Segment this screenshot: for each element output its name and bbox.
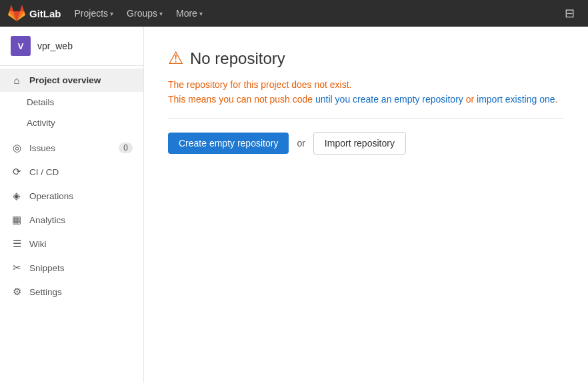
cicd-label: CI / CD [29,167,59,177]
sidebar-item-snippets[interactable]: ✂ Snippets [0,256,143,280]
sidebar-item-issues[interactable]: ◎ Issues 0 [0,136,143,160]
gitlab-logo-text: GitLab [29,8,61,19]
groups-menu[interactable]: Groups ▾ [121,5,168,21]
operations-icon: ◈ [11,190,23,202]
main-layout: V vpr_web ⌂ Project overview Details Act… [0,27,588,383]
desc2-after: . [555,94,558,105]
projects-chevron-icon: ▾ [110,10,113,17]
action-row: Create empty repository or Import reposi… [168,132,564,155]
or-label: or [297,138,305,149]
desc2-before: This means you can not push code [168,94,315,105]
create-empty-link[interactable]: until you create an empty repository [315,94,463,105]
projects-label: Projects [75,8,109,19]
issues-badge: 0 [119,143,133,153]
operations-label: Operations [29,191,73,201]
desc2-middle: or [463,94,477,105]
issues-icon: ◎ [11,142,23,154]
sidebar-item-details[interactable]: Details [0,92,143,113]
more-menu[interactable]: More ▾ [171,5,208,21]
analytics-icon: ▦ [11,214,23,226]
more-chevron-icon: ▾ [199,10,203,17]
avatar: V [11,36,31,56]
page-title: No repository [190,49,285,68]
home-icon: ⌂ [11,75,23,86]
project-name: vpr_web [37,41,73,51]
no-repo-heading: ⚠ No repository [168,48,564,69]
description-line1: The repository for this project does not… [168,79,564,90]
main-content: ⚠ No repository The repository for this … [144,27,588,383]
groups-label: Groups [127,8,157,19]
sidebar-overview-label: Project overview [29,75,101,85]
settings-label: Settings [29,287,62,297]
description-line2: This means you can not push code until y… [168,94,564,105]
groups-chevron-icon: ▾ [159,10,163,17]
sidebar-project-header[interactable]: V vpr_web [0,27,143,66]
sidebar-item-cicd[interactable]: ⟳ CI / CD [0,160,143,184]
create-empty-repository-button[interactable]: Create empty repository [168,133,289,154]
details-label: Details [27,97,54,107]
warning-icon: ⚠ [168,48,183,69]
sidebar-item-settings[interactable]: ⚙ Settings [0,280,143,304]
analytics-label: Analytics [29,215,65,225]
cicd-icon: ⟳ [11,166,23,178]
import-link[interactable]: import existing one [477,94,555,105]
gitlab-logo[interactable]: GitLab [8,5,61,22]
sidebar-item-operations[interactable]: ◈ Operations [0,184,143,208]
snippets-label: Snippets [29,263,65,273]
sidebar-item-activity[interactable]: Activity [0,113,143,133]
settings-icon: ⚙ [11,286,23,298]
divider [168,118,564,119]
more-label: More [176,8,197,19]
sidebar-item-analytics[interactable]: ▦ Analytics [0,208,143,232]
import-repository-button[interactable]: Import repository [313,132,406,155]
sidebar-item-project-overview[interactable]: ⌂ Project overview [0,69,143,92]
sidebar-section-overview: ⌂ Project overview Details Activity [0,66,143,136]
issues-label: Issues [29,143,55,153]
activity-label: Activity [27,118,55,128]
snippets-icon: ✂ [11,262,23,274]
projects-menu[interactable]: Projects ▾ [69,5,119,21]
wiki-icon: ☰ [11,238,23,250]
sidebar-item-wiki[interactable]: ☰ Wiki [0,232,143,256]
wiki-label: Wiki [29,239,47,249]
stats-icon[interactable]: ⊟ [559,3,580,23]
sidebar: V vpr_web ⌂ Project overview Details Act… [0,27,144,383]
top-navigation: GitLab Projects ▾ Groups ▾ More ▾ ⊟ [0,0,588,27]
